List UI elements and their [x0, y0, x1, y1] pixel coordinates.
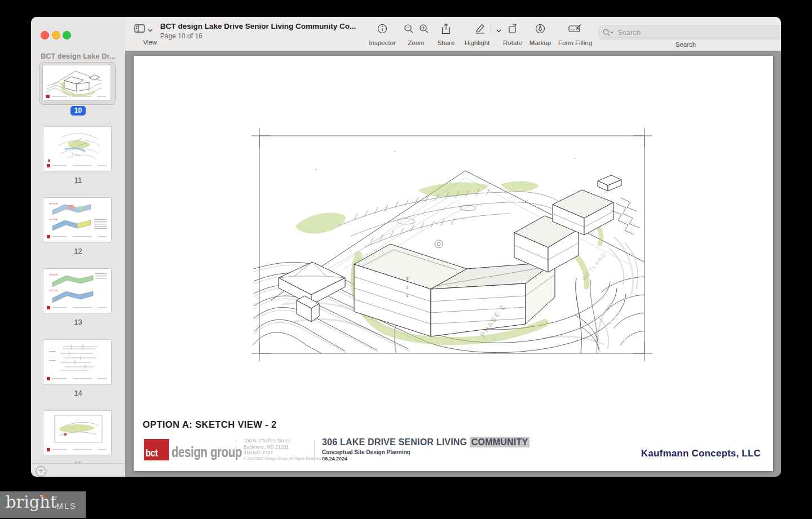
- bct-logo: bct: [144, 439, 169, 460]
- svg-text:OPTION: OPTION: [49, 202, 58, 205]
- plus-circle-icon[interactable]: +: [36, 466, 46, 477]
- markup-pen-circle-icon: [535, 24, 545, 36]
- highlighter-pen-icon: [474, 23, 486, 36]
- thumbnail-page-15[interactable]: [43, 411, 111, 455]
- thumbnail-sidebar: BCT design Lake Dr...: [31, 17, 126, 477]
- firm-address: 100 N. Charles Street, Baltimore, MD 212…: [244, 438, 291, 456]
- form-signature-icon: [568, 24, 582, 36]
- svg-text:OPTION: OPTION: [49, 273, 58, 276]
- thumbnail-page-13[interactable]: OPTION OPTION: [43, 269, 111, 313]
- firm-copyright: © 2024 BCT Design Group, All Rights Rese…: [244, 456, 321, 460]
- title-block: BCT design Lake Drive Senior Living Comm…: [160, 22, 363, 40]
- page-number-label: 11: [31, 176, 125, 184]
- mls-logo-text: MLS: [56, 502, 77, 511]
- thumbnail-page-11[interactable]: [43, 127, 111, 171]
- form-filling-button[interactable]: Form Filling: [551, 24, 599, 46]
- search-label: Search: [663, 41, 708, 48]
- toolbar: View BCT design Lake Drive Senior Living…: [125, 17, 781, 51]
- desktop: BCT design Lake Dr...: [0, 0, 812, 519]
- zoom-out-magnifier-icon: [404, 24, 414, 36]
- thumbnail-image: [43, 65, 111, 100]
- window-title: BCT design Lake Drive Senior Living Comm…: [160, 22, 363, 30]
- floor-number-3: 3: [406, 277, 408, 281]
- project-subtitle: Conceptual Site Design Planning: [322, 449, 411, 455]
- trademark-symbol: ™: [52, 495, 57, 500]
- sidebar-divider: [31, 463, 125, 464]
- search-highlighted-text: COMMUNITY: [470, 437, 529, 447]
- search-input[interactable]: [616, 28, 779, 37]
- info-circle-icon: [377, 24, 387, 36]
- pdf-page: 3 2 1: [134, 56, 773, 471]
- footer-divider: [236, 440, 236, 462]
- magnifier-chevron-icon: [603, 29, 614, 36]
- floor-number-1: 1: [406, 294, 408, 298]
- chevron-down-icon: [148, 24, 153, 34]
- thumbnail-page-12[interactable]: OPTION OPTION: [43, 198, 111, 242]
- page-number-label: 12: [31, 247, 125, 255]
- page-status: Page 10 of 16: [160, 32, 363, 40]
- search-field[interactable]: [599, 25, 781, 39]
- preview-window: BCT design Lake Dr...: [31, 17, 781, 477]
- svg-text:OPTION: OPTION: [49, 218, 58, 221]
- page-number-badge-selected: 10: [31, 105, 125, 116]
- svg-text:OPTION: OPTION: [49, 289, 58, 292]
- project-title: 306 LAKE DRIVE SENIOR LIVING COMMUNITY: [322, 437, 529, 447]
- document-viewport[interactable]: 3 2 1: [125, 51, 781, 477]
- bct-logo-text: bct: [145, 447, 158, 459]
- bright-logo-text: bright: [6, 493, 57, 512]
- design-group-logo-text: design group: [171, 444, 242, 460]
- client-name: Kaufmann Concepts, LLC: [641, 448, 761, 459]
- floor-number-2: 2: [406, 285, 408, 289]
- project-date: 06.24.2024: [322, 456, 347, 462]
- footer-divider: [314, 440, 315, 462]
- page-number-label: 13: [31, 318, 125, 326]
- spark-icon: ✦: [41, 492, 47, 500]
- share-icon: [442, 23, 451, 37]
- thumbnail-page-14[interactable]: [43, 340, 111, 384]
- thumbnail-list: 10: [31, 17, 125, 463]
- sidebar-toggle-icon: [134, 24, 145, 35]
- page-number-label: 14: [31, 389, 125, 397]
- thumbnail-page-10[interactable]: [39, 62, 116, 105]
- bright-mls-watermark: bright ✦ ™ MLS: [0, 491, 86, 518]
- site-sketch-drawing: 3 2 1: [250, 127, 654, 362]
- sheet-caption: OPTION A: SKETCH VIEW - 2: [143, 419, 277, 430]
